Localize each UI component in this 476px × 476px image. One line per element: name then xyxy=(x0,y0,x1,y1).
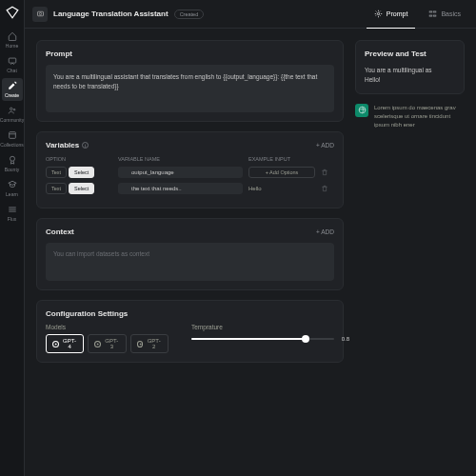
model-option[interactable]: ✦GPT-4 xyxy=(46,334,84,353)
ai-message: Lorem ipsum do maecenas grav scelerisque… xyxy=(355,104,465,129)
option-select[interactable]: Select xyxy=(69,183,94,194)
sidebar-item-chat[interactable]: Chat xyxy=(2,53,23,76)
option-text[interactable]: Text xyxy=(46,183,67,194)
svg-rect-8 xyxy=(430,10,433,11)
models-label: Models xyxy=(46,324,169,330)
sidebar-label: Home xyxy=(6,43,18,49)
temperature-label: Temprature xyxy=(191,324,334,330)
model-option[interactable]: ✦GPT-3 xyxy=(88,334,126,353)
temperature-value: 0.8 xyxy=(342,336,349,342)
config-card: Configuration Settings Models ✦GPT-4 ✦GP… xyxy=(36,300,344,363)
svg-point-2 xyxy=(13,109,15,110)
model-option[interactable]: ✦GPT-2 xyxy=(130,334,169,353)
editor-column: Prompt You are a multilingual assistant … xyxy=(36,40,344,465)
svg-point-4 xyxy=(10,156,14,161)
svg-rect-9 xyxy=(434,10,437,11)
option-segment: Text Select xyxy=(46,183,112,194)
add-context-button[interactable]: + ADD xyxy=(316,228,334,235)
sidebar-item-community[interactable]: Community xyxy=(2,103,23,126)
prompt-card: Prompt You are a multilingual assistant … xyxy=(36,40,344,122)
topbar: Language Translation Assistant Created P… xyxy=(25,0,476,29)
sidebar-label: Create xyxy=(5,92,19,98)
variable-row: Text Select Hello xyxy=(46,183,334,194)
sidebar-item-home[interactable]: Home xyxy=(2,29,23,51)
variable-name-input[interactable] xyxy=(118,167,243,178)
example-text: Hello xyxy=(248,186,315,191)
sidebar-label: Learn xyxy=(6,191,18,197)
table-header: OPTION VARIABLE NAME EXAMPLE INPUT xyxy=(46,156,334,162)
sidebar-label: Community xyxy=(0,117,24,123)
option-select[interactable]: Select xyxy=(69,167,94,178)
sidebar-item-collections[interactable]: Collections xyxy=(2,128,23,150)
card-title: Variables i xyxy=(46,141,89,149)
openai-icon xyxy=(355,104,368,117)
sidebar-item-flux[interactable]: Flux xyxy=(2,202,23,225)
svg-point-1 xyxy=(10,108,12,110)
app-logo xyxy=(6,6,19,19)
tab-prompt[interactable]: Prompt xyxy=(367,0,416,29)
card-title: Configuration Settings xyxy=(46,309,334,318)
preview-user-text: You are a multilingual as Hello! xyxy=(365,66,455,85)
sidebar-item-bounty[interactable]: Bounty xyxy=(2,152,23,175)
trash-icon[interactable] xyxy=(321,169,328,176)
tab-label: Prompt xyxy=(387,10,408,17)
card-title: Prompt xyxy=(46,50,72,58)
svg-point-12 xyxy=(359,107,366,113)
svg-rect-5 xyxy=(37,11,43,16)
preview-card: Preview and Test You are a multilingual … xyxy=(355,40,465,94)
status-badge: Created xyxy=(174,10,205,19)
sidebar-label: Collections xyxy=(0,142,23,148)
openai-icon: ✦ xyxy=(94,341,101,347)
context-textarea[interactable]: You can import datasets as context xyxy=(46,243,334,281)
sidebar-label: Chat xyxy=(7,68,17,73)
tab-basics[interactable]: Basics xyxy=(421,0,468,29)
sidebar: Home Chat Create Community Collections B… xyxy=(0,0,25,476)
add-variable-button[interactable]: + ADD xyxy=(316,142,334,149)
tab-label: Basics xyxy=(441,10,461,17)
prompt-textarea[interactable]: You are a multilingual assistant that tr… xyxy=(46,65,334,112)
svg-rect-10 xyxy=(430,15,433,16)
sidebar-item-learn[interactable]: Learn xyxy=(2,177,23,200)
sidebar-item-create[interactable]: Create xyxy=(2,78,23,101)
svg-point-6 xyxy=(39,12,41,14)
temperature-slider[interactable]: 0.8 xyxy=(191,334,334,344)
card-title: Context xyxy=(46,228,74,236)
model-selector: ✦GPT-4 ✦GPT-3 ✦GPT-2 xyxy=(46,334,169,353)
sliders-icon xyxy=(428,10,437,18)
gear-icon xyxy=(374,10,383,18)
ai-message-text: Lorem ipsum do maecenas grav scelerisque… xyxy=(374,104,465,129)
svg-rect-3 xyxy=(9,132,15,139)
main: Language Translation Assistant Created P… xyxy=(25,0,476,476)
preview-column: Preview and Test You are a multilingual … xyxy=(355,40,465,465)
variable-name-input[interactable] xyxy=(118,183,243,194)
option-text[interactable]: Text xyxy=(46,167,67,178)
svg-rect-11 xyxy=(434,15,437,16)
card-title: Preview and Test xyxy=(365,50,455,58)
variables-card: Variables i + ADD OPTION VARIABLE NAME E… xyxy=(36,131,344,208)
trash-icon[interactable] xyxy=(321,185,328,192)
sidebar-label: Bounty xyxy=(5,167,20,172)
add-options-button[interactable]: + Add Options xyxy=(248,167,315,178)
svg-point-7 xyxy=(377,12,379,14)
variable-row: Text Select + Add Options xyxy=(46,167,334,178)
svg-rect-0 xyxy=(9,58,16,63)
assistant-icon xyxy=(32,7,48,22)
context-card: Context + ADD You can import datasets as… xyxy=(36,218,344,290)
openai-icon: ✦ xyxy=(137,341,144,347)
openai-icon: ✦ xyxy=(52,341,59,347)
content: Prompt You are a multilingual assistant … xyxy=(25,29,476,476)
info-icon[interactable]: i xyxy=(82,142,89,149)
option-segment: Text Select xyxy=(46,167,112,178)
page-title: Language Translation Assistant xyxy=(53,10,169,18)
sidebar-label: Flux xyxy=(8,216,16,222)
